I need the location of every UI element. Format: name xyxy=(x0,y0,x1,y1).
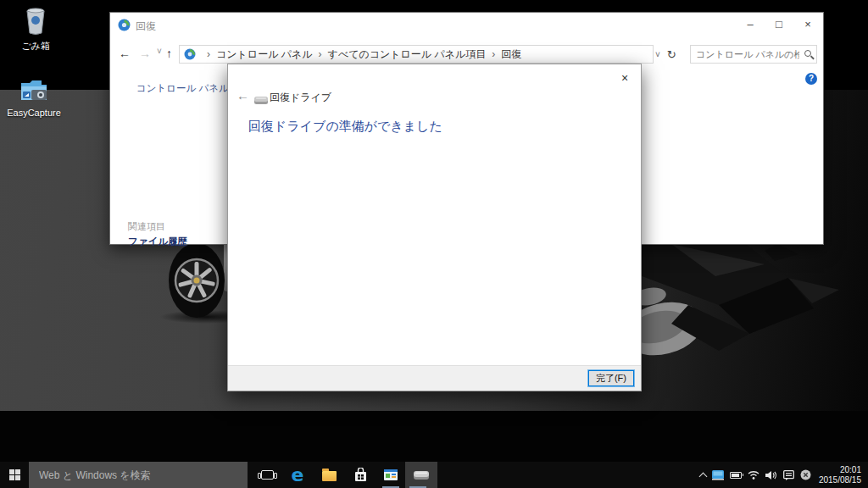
taskbar: e xyxy=(0,462,868,488)
breadcrumb-separator: › xyxy=(207,48,210,60)
breadcrumb-separator: › xyxy=(492,48,495,60)
address-bar[interactable]: › コントロール パネル › すべてのコントロール パネル項目 › 回復 xyxy=(179,45,654,64)
clock-date: 2015/08/15 xyxy=(819,475,861,485)
dialog-title: 回復ドライブ xyxy=(270,91,331,105)
refresh-icon[interactable]: ↻ xyxy=(667,48,676,61)
cp-search-box[interactable] xyxy=(690,45,817,64)
desktop-icon-label: ごみ箱 xyxy=(21,41,50,51)
task-view-icon xyxy=(261,470,274,480)
window-title: 回復 xyxy=(136,19,156,34)
recovery-drive-dialog: × ← 回復ドライブ 回復ドライブの準備ができました 完了(F) xyxy=(227,64,642,391)
desktop-icon-recycle-bin[interactable]: ごみ箱 xyxy=(3,7,68,53)
breadcrumb-recovery[interactable]: 回復 xyxy=(501,47,521,62)
clock-time: 20:01 xyxy=(840,465,861,474)
task-view-button[interactable] xyxy=(254,462,280,488)
back-button[interactable]: ← xyxy=(119,46,131,61)
forward-button: → xyxy=(139,46,151,61)
taskbar-file-explorer-button[interactable] xyxy=(316,462,342,488)
drive-icon xyxy=(414,470,429,480)
volume-icon[interactable] xyxy=(765,470,777,480)
dialog-heading: 回復ドライブの準備ができました xyxy=(248,119,442,135)
cp-search-input[interactable] xyxy=(696,47,799,62)
taskbar-control-panel-button[interactable] xyxy=(378,462,403,488)
action-center-icon[interactable] xyxy=(783,470,794,480)
help-icon[interactable]: ? xyxy=(805,73,817,85)
tray-expand-chevron-icon[interactable] xyxy=(700,471,706,480)
system-tray: 20:01 2015/08/15 xyxy=(698,462,868,488)
wallpaper-bottom-band xyxy=(0,411,868,462)
file-explorer-icon xyxy=(322,471,337,481)
wallpaper-car-front-debris xyxy=(637,242,868,407)
taskbar-recovery-drive-button[interactable] xyxy=(405,462,437,488)
dialog-back-icon[interactable]: ← xyxy=(236,88,249,103)
close-button[interactable]: × xyxy=(793,13,823,36)
desktop-icon-label: EasyCapture xyxy=(7,108,61,118)
recovery-app-icon xyxy=(184,48,196,60)
breadcrumb-all-items[interactable]: すべてのコントロール パネル項目 xyxy=(328,47,487,62)
up-button[interactable]: ↑ xyxy=(166,46,172,61)
tray-status-circle-icon[interactable] xyxy=(800,469,811,480)
address-dropdown-chevron[interactable]: ˅ xyxy=(655,50,660,59)
wifi-icon[interactable] xyxy=(748,470,760,480)
store-icon xyxy=(354,468,367,482)
cp-titlebar[interactable]: 回復 – □ × xyxy=(110,13,823,38)
tray-pc-status-icon[interactable] xyxy=(712,470,724,480)
taskbar-edge-button[interactable]: e xyxy=(285,462,310,488)
windows-logo-icon xyxy=(9,469,20,480)
dialog-footer: 完了(F) xyxy=(228,365,641,391)
desktop: ごみ箱 EasyCapture xyxy=(0,0,868,488)
control-panel-window-icon xyxy=(384,469,398,480)
sidebar-related-header: 関連項目 xyxy=(128,220,165,233)
start-button[interactable] xyxy=(0,462,29,488)
battery-icon[interactable] xyxy=(730,472,742,479)
maximize-button[interactable]: □ xyxy=(764,13,794,36)
breadcrumb-control-panel[interactable]: コントロール パネル xyxy=(216,47,313,62)
dialog-close-button[interactable]: × xyxy=(614,69,636,87)
finish-button[interactable]: 完了(F) xyxy=(588,370,634,386)
recovery-app-icon xyxy=(118,19,131,35)
edge-icon: e xyxy=(292,466,304,485)
search-icon xyxy=(804,50,811,57)
drive-icon xyxy=(254,92,268,108)
breadcrumb-separator: › xyxy=(319,48,322,60)
taskbar-search-input[interactable] xyxy=(39,468,234,482)
sidebar-item-file-history[interactable]: ファイル履歴 xyxy=(128,236,187,248)
minimize-button[interactable]: – xyxy=(735,13,765,36)
taskbar-clock[interactable]: 20:01 2015/08/15 xyxy=(819,465,861,485)
desktop-icon-easycapture[interactable]: EasyCapture xyxy=(2,78,66,118)
easycapture-icon xyxy=(2,78,66,105)
recent-pages-chevron[interactable]: ˅ xyxy=(157,44,162,59)
taskbar-store-button[interactable] xyxy=(348,462,373,488)
taskbar-search-box[interactable] xyxy=(29,462,248,488)
wallpaper-car-wheel xyxy=(168,242,229,324)
recycle-bin-icon xyxy=(3,7,68,37)
